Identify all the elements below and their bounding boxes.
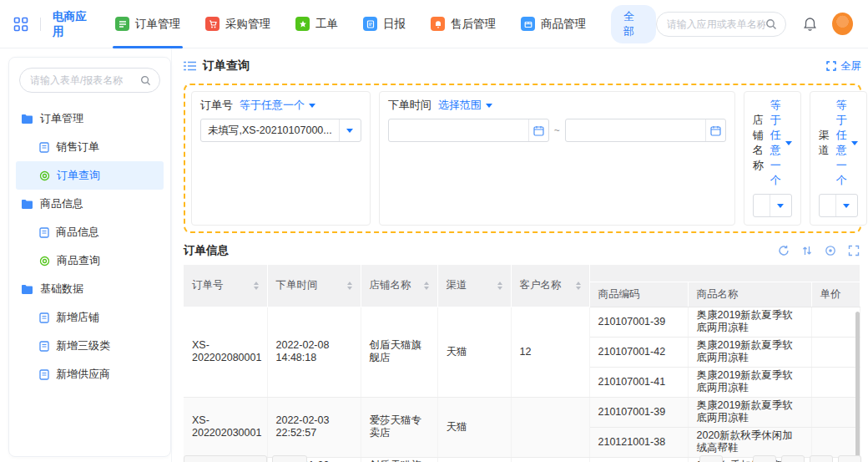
col-header-shop[interactable]: 店铺名称	[361, 265, 437, 307]
product-name-cell: 奥康2019新款夏季软底两用凉鞋	[688, 307, 811, 337]
sidebar-search-input[interactable]	[30, 74, 140, 86]
workspace-title[interactable]: 电商应用	[53, 9, 93, 39]
channel-cell: 天猫	[437, 397, 511, 457]
shop-cell: 创盾天猫旗舰店	[361, 307, 437, 397]
sidebar-item-new-category[interactable]: 新增三级类	[16, 332, 164, 360]
select-caret-button[interactable]	[770, 195, 791, 216]
vertical-scrollbar[interactable]	[855, 312, 860, 462]
sidebar-item-product-info[interactable]: 商品信息	[16, 218, 164, 246]
caret-down-icon	[309, 104, 315, 108]
sidebar-search[interactable]	[19, 68, 160, 93]
product-code-cell: 210121001-38	[589, 427, 688, 457]
sidebar-item-new-supplier[interactable]: 新增供应商	[16, 360, 164, 388]
order-no-cell: XS-202202030001	[184, 397, 267, 457]
search-icon[interactable]	[140, 75, 151, 86]
product-name-cell: 奥康2019新款夏季软底两用凉鞋	[688, 337, 811, 367]
filter-shop-name: 店铺名称 等于任意一个	[744, 91, 801, 226]
sidebar-item-order-query[interactable]: 订单查询	[16, 161, 164, 190]
tab-purchase-management[interactable]: 采购管理	[205, 0, 270, 48]
end-date-field[interactable]	[565, 119, 726, 142]
customer-cell: 12	[511, 307, 589, 397]
sidebar-group-order-management[interactable]: 订单管理	[16, 104, 164, 133]
aftersale-alarm-icon	[431, 17, 445, 31]
sort-toggle-icon[interactable]	[492, 282, 502, 290]
caret-down-icon	[346, 129, 353, 133]
sort-toggle-icon[interactable]	[419, 282, 429, 290]
pager-prev-button[interactable]	[753, 455, 776, 462]
sidebar-item-new-shop[interactable]: 新增店铺	[16, 303, 164, 332]
pager-next-button[interactable]	[810, 455, 833, 462]
doc-icon	[39, 227, 49, 238]
page-menu-icon[interactable]	[184, 61, 196, 71]
col-header-product-code[interactable]: 商品编码	[589, 282, 688, 307]
table-row[interactable]: XS-2022020300012022-02-03 22:52:57爱莎天猫专卖…	[184, 397, 860, 427]
start-date-field[interactable]	[388, 119, 549, 142]
doc-icon	[39, 369, 49, 380]
product-code-cell: 210107001-39	[589, 307, 688, 337]
filter-operator-dropdown[interactable]: 等于任意一个	[836, 98, 858, 188]
sort-toggle-icon[interactable]	[571, 282, 581, 290]
shop-cell: 爱莎天猫专卖店	[361, 397, 437, 457]
table-footer	[184, 455, 861, 462]
channel-select[interactable]	[819, 194, 858, 217]
global-search-input[interactable]	[667, 18, 766, 30]
filter-operator-dropdown[interactable]: 等于任意一个	[770, 98, 792, 188]
sort-icon[interactable]	[801, 245, 813, 256]
sidebar-group-base-data[interactable]: 基础数据	[16, 275, 164, 303]
visibility-icon[interactable]	[825, 245, 836, 256]
fullscreen-icon	[826, 61, 836, 71]
col-header-channel[interactable]: 渠道	[437, 265, 511, 307]
col-header-unit-price[interactable]: 单价	[811, 282, 860, 307]
col-header-order-time[interactable]: 下单时间	[267, 265, 361, 307]
notification-bell-icon[interactable]	[803, 17, 817, 32]
caret-down-icon	[785, 141, 792, 145]
pager-last-button[interactable]	[838, 455, 861, 462]
tab-order-management[interactable]: 订单管理	[115, 0, 180, 48]
target-icon	[39, 256, 50, 267]
col-header-order-no[interactable]: 订单号	[184, 265, 267, 307]
col-header-product-name[interactable]: 商品名称	[688, 282, 811, 307]
col-header-customer[interactable]: 客户名称	[511, 265, 589, 307]
shop-name-select[interactable]	[753, 194, 792, 217]
pager-page-button[interactable]	[781, 455, 805, 462]
sort-toggle-icon[interactable]	[249, 282, 259, 290]
unit-price-cell	[811, 307, 860, 337]
filter-operator-dropdown[interactable]: 选择范围	[438, 98, 492, 113]
page-size-select[interactable]	[184, 455, 267, 462]
purchase-cart-icon	[205, 17, 220, 31]
doc-icon	[39, 312, 49, 323]
apps-grid-icon[interactable]	[13, 17, 28, 32]
refresh-icon[interactable]	[778, 245, 790, 256]
filter-order-no: 订单号 等于任意一个 未填写,XS-20210107000...	[191, 91, 371, 226]
filter-operator-dropdown[interactable]: 等于任意一个	[240, 98, 315, 113]
sidebar-item-sales-order[interactable]: 销售订单	[16, 133, 164, 161]
unit-price-cell	[811, 397, 860, 427]
all-apps-button[interactable]: 全部	[611, 5, 656, 43]
pager-first-button[interactable]	[699, 455, 723, 462]
search-icon[interactable]	[765, 18, 777, 30]
tab-daily-report[interactable]: 日报	[363, 0, 406, 48]
order-no-select[interactable]: 未填写,XS-20210107000...	[200, 119, 361, 142]
folder-icon	[21, 199, 33, 210]
sort-toggle-icon[interactable]	[342, 282, 352, 290]
tab-aftersale-management[interactable]: 售后管理	[431, 0, 496, 48]
sidebar-item-product-query[interactable]: 商品查询	[16, 246, 164, 275]
unit-price-cell	[811, 337, 860, 367]
start-date-input[interactable]	[389, 124, 528, 136]
user-avatar[interactable]	[832, 13, 853, 35]
calendar-icon[interactable]	[528, 119, 548, 141]
end-date-input[interactable]	[566, 124, 705, 136]
global-search[interactable]	[656, 12, 787, 37]
calendar-icon[interactable]	[705, 119, 725, 141]
top-navigation: 电商应用 订单管理 采购管理 工单 日报 售后管理 商品管理 全部	[0, 0, 868, 48]
footer-button[interactable]	[272, 455, 307, 462]
unit-price-cell	[811, 367, 860, 397]
select-caret-button[interactable]	[339, 119, 361, 141]
fullscreen-button[interactable]: 全屏	[826, 59, 861, 74]
sidebar-group-product-info[interactable]: 商品信息	[16, 190, 164, 218]
tab-product-management[interactable]: 商品管理	[521, 0, 586, 48]
table-row[interactable]: XS-2022020800012022-02-08 14:48:18创盾天猫旗舰…	[184, 307, 860, 337]
tab-work-order[interactable]: 工单	[295, 0, 338, 48]
select-caret-button[interactable]	[835, 195, 857, 216]
expand-icon[interactable]	[848, 245, 860, 256]
